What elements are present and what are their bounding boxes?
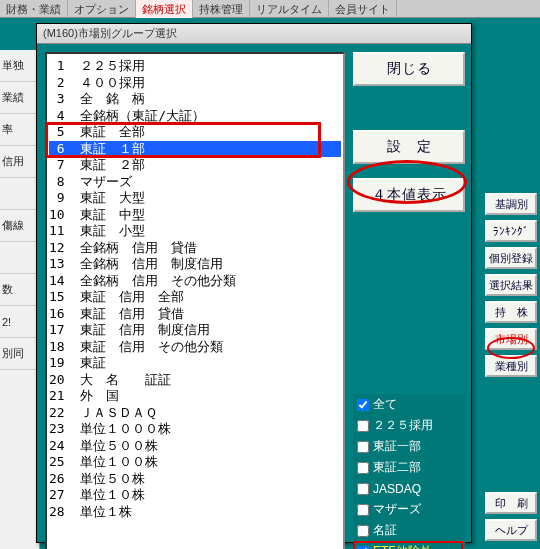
- filter-check-東証一部[interactable]: 東証一部: [353, 436, 465, 457]
- list-item[interactable]: 21 外 国: [49, 388, 341, 405]
- filter-check-label: 名証: [373, 522, 397, 539]
- checkbox[interactable]: [357, 441, 369, 453]
- bg-tab[interactable]: リアルタイム: [250, 0, 329, 19]
- bg-left-label: 別同: [0, 338, 39, 370]
- filter-check-２２５採用[interactable]: ２２５採用: [353, 415, 465, 436]
- side-button-個別登録[interactable]: 個別登録: [485, 247, 537, 269]
- side-button-市場別[interactable]: 市場別: [485, 328, 537, 350]
- bg-left-label: [0, 178, 39, 210]
- checkbox[interactable]: [357, 546, 369, 550]
- filter-check-label: ETF他除外: [373, 543, 432, 549]
- bg-tab[interactable]: オプション: [68, 0, 136, 19]
- list-item[interactable]: 20 大 名 証証: [49, 372, 341, 389]
- set-button[interactable]: 設 定: [353, 130, 465, 164]
- bg-left-col: 単独業績率信用傷線数2!別同: [0, 50, 40, 549]
- bg-left-label: [0, 242, 39, 274]
- bg-left-label: 数: [0, 274, 39, 306]
- list-item[interactable]: 1 ２２５採用: [49, 58, 341, 75]
- filter-check-label: 東証二部: [373, 459, 421, 476]
- market-list[interactable]: 1 ２２５採用 2 ４００採用 3 全 銘 柄 4 全銘柄（東証/大証） 5 東…: [45, 52, 345, 549]
- dialog-right-pane: 閉じる 設 定 ４本値表示: [353, 52, 465, 226]
- checkbox[interactable]: [357, 525, 369, 537]
- list-item[interactable]: 23 単位１０００株: [49, 421, 341, 438]
- side-button-column: 基調別ﾗﾝｷﾝｸﾞ個別登録選択結果持 株市場別業種別印 刷ヘルプ: [485, 193, 537, 546]
- filter-check-JASDAQ[interactable]: JASDAQ: [353, 478, 465, 499]
- bg-tab[interactable]: 銘柄選択: [136, 0, 193, 19]
- filter-check-label: マザーズ: [373, 501, 421, 518]
- filter-check-label: 全て: [373, 396, 397, 413]
- list-item[interactable]: 26 単位５０株: [49, 471, 341, 488]
- bg-left-label: 傷線: [0, 210, 39, 242]
- filter-check-label: JASDAQ: [373, 482, 421, 496]
- list-item[interactable]: 11 東証 小型: [49, 223, 341, 240]
- list-item[interactable]: 16 東証 信用 貸借: [49, 306, 341, 323]
- list-item[interactable]: 10 東証 中型: [49, 207, 341, 224]
- bg-left-label: 率: [0, 114, 39, 146]
- list-item[interactable]: 3 全 銘 柄: [49, 91, 341, 108]
- side-button-印　刷[interactable]: 印 刷: [485, 492, 537, 514]
- filter-check-ETF他除外[interactable]: ETF他除外: [353, 541, 465, 549]
- list-item[interactable]: 22 ＪＡＳＤＡＱ: [49, 405, 341, 422]
- list-item[interactable]: 8 マザーズ: [49, 174, 341, 191]
- list-item[interactable]: 12 全銘柄 信用 貸借: [49, 240, 341, 257]
- checkbox[interactable]: [357, 462, 369, 474]
- filter-check-label: ２２５採用: [373, 417, 433, 434]
- side-button-業種別[interactable]: 業種別: [485, 355, 537, 377]
- list-item[interactable]: 5 東証 全部: [49, 124, 341, 141]
- list-item[interactable]: 4 全銘柄（東証/大証）: [49, 108, 341, 125]
- filter-check-全て[interactable]: 全て: [353, 394, 465, 415]
- bg-left-label: 信用: [0, 146, 39, 178]
- list-item[interactable]: 6 東証 １部: [49, 141, 341, 158]
- checkbox[interactable]: [357, 420, 369, 432]
- filter-checkbox-group: 全て２２５採用東証一部東証二部JASDAQマザーズ名証ETF他除外: [353, 394, 465, 549]
- side-button-基調別[interactable]: 基調別: [485, 193, 537, 215]
- side-button-選択結果[interactable]: 選択結果: [485, 274, 537, 296]
- list-item[interactable]: 14 全銘柄 信用 その他分類: [49, 273, 341, 290]
- filter-check-マザーズ[interactable]: マザーズ: [353, 499, 465, 520]
- list-item[interactable]: 19 東証: [49, 355, 341, 372]
- checkbox[interactable]: [357, 504, 369, 516]
- list-item[interactable]: 13 全銘柄 信用 制度信用: [49, 256, 341, 273]
- bg-left-label: 単独: [0, 50, 39, 82]
- bg-left-label: 業績: [0, 82, 39, 114]
- market-group-dialog: (M160)市場別グループ選択 1 ２２５採用 2 ４００採用 3 全 銘 柄 …: [36, 23, 472, 543]
- list-item[interactable]: 24 単位５００株: [49, 438, 341, 455]
- checkbox[interactable]: [357, 483, 369, 495]
- filter-check-名証[interactable]: 名証: [353, 520, 465, 541]
- dialog-title: (M160)市場別グループ選択: [37, 24, 471, 44]
- side-button-ﾗﾝｷﾝｸﾞ[interactable]: ﾗﾝｷﾝｸﾞ: [485, 220, 537, 242]
- bg-tab[interactable]: 会員サイト: [329, 0, 397, 19]
- list-item[interactable]: 28 単位１株: [49, 504, 341, 521]
- bg-tab[interactable]: 財務・業績: [0, 0, 68, 19]
- bg-tab[interactable]: 持株管理: [193, 0, 250, 19]
- filter-check-label: 東証一部: [373, 438, 421, 455]
- list-item[interactable]: 2 ４００採用: [49, 75, 341, 92]
- list-item[interactable]: 15 東証 信用 全部: [49, 289, 341, 306]
- close-button[interactable]: 閉じる: [353, 52, 465, 86]
- list-item[interactable]: 18 東証 信用 その他分類: [49, 339, 341, 356]
- list-item[interactable]: 27 単位１０株: [49, 487, 341, 504]
- list-item[interactable]: 9 東証 大型: [49, 190, 341, 207]
- side-button-持　株[interactable]: 持 株: [485, 301, 537, 323]
- bg-left-label: 2!: [0, 306, 39, 338]
- checkbox[interactable]: [357, 399, 369, 411]
- list-item[interactable]: 25 単位１００株: [49, 454, 341, 471]
- four-value-button[interactable]: ４本値表示: [353, 178, 465, 212]
- list-item[interactable]: 7 東証 ２部: [49, 157, 341, 174]
- filter-check-東証二部[interactable]: 東証二部: [353, 457, 465, 478]
- side-button-ヘルプ[interactable]: ヘルプ: [485, 519, 537, 541]
- list-item[interactable]: 17 東証 信用 制度信用: [49, 322, 341, 339]
- bg-tab-bar: 財務・業績オプション銘柄選択持株管理リアルタイム会員サイト: [0, 0, 540, 18]
